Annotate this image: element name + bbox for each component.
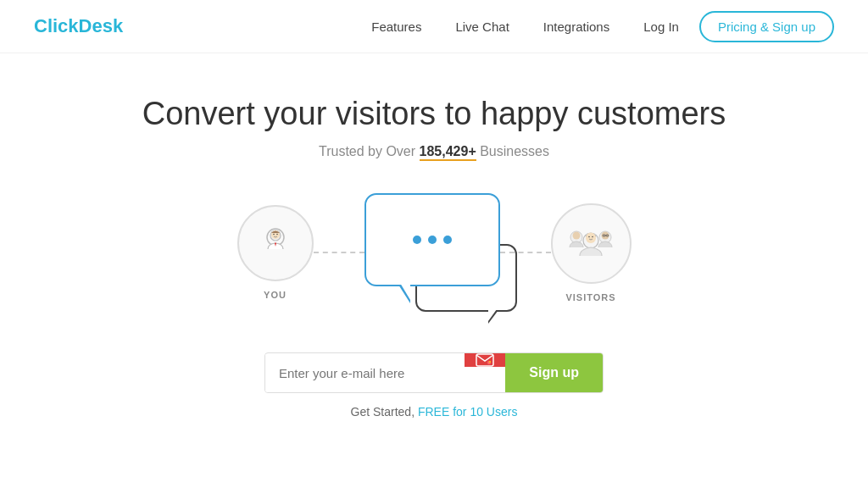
hero-subtitle: Trusted by Over 185,429+ Businesses [319,144,549,159]
svg-point-15 [587,233,596,242]
subtitle-suffix: Businesses [476,144,549,158]
svg-rect-18 [476,354,493,366]
dotted-line-right [500,252,551,253]
integrations-link[interactable]: Integrations [543,19,609,34]
email-icon [465,353,505,367]
hero-title: Convert your visitors to happy customers [142,96,726,132]
subtitle-prefix: Trusted by Over [319,144,420,158]
dotted-line-left [314,252,364,253]
you-person: YOU [237,205,314,300]
you-avatar [237,205,314,281]
login-link[interactable]: Log In [643,19,679,34]
free-link[interactable]: FREE for 10 Users [418,405,517,419]
features-link[interactable]: Features [371,19,421,34]
navbar: ClickDesk Features Live Chat Integration… [0,0,868,53]
you-label: YOU [264,290,287,300]
dot-3 [443,236,452,244]
visitors-label: VISITORS [565,292,615,302]
svg-point-4 [276,234,277,235]
chat-illustration: YOU [222,193,646,312]
visitors-avatar [551,203,632,284]
email-input[interactable] [265,354,465,392]
free-text-prefix: Get Started, [351,405,418,419]
dot-2 [428,236,437,244]
live-chat-link[interactable]: Live Chat [455,19,509,34]
you-avatar-icon [253,220,298,266]
nav-right: Log In Pricing & Sign up [643,11,834,42]
nav-links: Features Live Chat Integrations [371,19,609,34]
chat-dots [413,236,452,244]
hero-section: Convert your visitors to happy customers… [0,53,868,444]
dot-1 [413,236,421,244]
logo-desk: Desk [79,15,124,36]
logo[interactable]: ClickDesk [34,15,123,37]
mail-icon [476,353,494,367]
svg-rect-5 [275,243,276,245]
svg-point-16 [588,236,589,237]
svg-point-20 [489,361,491,363]
svg-point-7 [573,232,581,240]
visitors-avatar-icon [561,214,620,273]
pricing-signup-button[interactable]: Pricing & Sign up [699,11,834,42]
signup-form: Sign up [264,352,604,393]
free-text: Get Started, FREE for 10 Users [351,405,518,419]
visitors-group: VISITORS [551,203,632,302]
subtitle-count: 185,429+ [420,144,476,161]
svg-point-17 [592,236,593,237]
main-chat-bubble [364,193,500,286]
svg-point-3 [273,234,274,235]
signup-button[interactable]: Sign up [505,353,603,392]
logo-click: Click [34,15,79,36]
chat-bubbles [364,193,500,286]
